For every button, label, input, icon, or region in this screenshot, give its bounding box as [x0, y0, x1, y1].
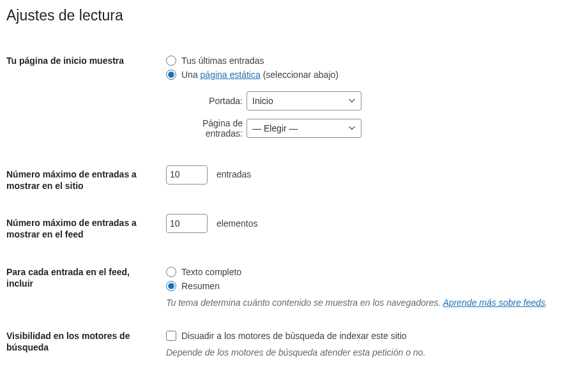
search-visibility-checkbox-label[interactable]: Disuadir a los motores de búsqueda de in…: [181, 331, 407, 341]
feed-radio-summary-label[interactable]: Resumen: [181, 281, 220, 291]
posts-page-label: Página de entradas:: [166, 118, 243, 139]
feed-desc-text: Tu tema determina cuánto contenido se mu…: [166, 298, 443, 308]
feed-radio-summary[interactable]: [166, 281, 176, 291]
search-visibility-description: Depende de los motores de búsqueda atend…: [166, 347, 559, 358]
feed-content-label: Para cada entrada en el feed, incluir: [6, 253, 160, 317]
posts-page-select[interactable]: — Elegir —: [247, 119, 361, 138]
feed-radio-full-label[interactable]: Texto completo: [181, 267, 241, 277]
homepage-radio-latest-label[interactable]: Tus últimas entradas: [181, 56, 264, 66]
posts-per-feed-label: Número máximo de entradas a mostrar en e…: [6, 204, 160, 253]
posts-per-feed-input[interactable]: [166, 214, 208, 233]
homepage-radio-latest[interactable]: [166, 56, 176, 66]
posts-per-page-suffix: entradas: [217, 169, 251, 179]
static-suffix: (seleccionar abajo): [261, 70, 338, 80]
search-visibility-label: Visibilidad en los motores de búsqueda: [6, 317, 160, 367]
feed-desc-period: .: [545, 298, 548, 308]
search-visibility-checkbox[interactable]: [166, 331, 176, 341]
static-page-link[interactable]: página estática: [201, 70, 261, 80]
posts-per-feed-suffix: elementos: [217, 218, 258, 229]
settings-table: Tu página de inicio muestra Tus últimas …: [6, 42, 565, 367]
feed-radio-full[interactable]: [166, 267, 176, 277]
homepage-radio-static-label[interactable]: Una página estática (seleccionar abajo): [181, 70, 338, 80]
learn-feeds-link[interactable]: Aprende más sobre feeds: [443, 298, 545, 308]
front-page-select[interactable]: Inicio: [247, 91, 361, 110]
static-prefix: Una: [181, 70, 201, 80]
homepage-label: Tu página de inicio muestra: [6, 42, 160, 156]
page-title: Ajustes de lectura: [6, 6, 565, 26]
feed-content-description: Tu tema determina cuánto contenido se mu…: [166, 298, 559, 308]
homepage-radio-static[interactable]: [166, 70, 176, 80]
front-page-label: Portada:: [166, 96, 243, 106]
posts-per-page-input[interactable]: [166, 165, 208, 185]
posts-per-page-label: Número máximo de entradas a mostrar en e…: [6, 156, 160, 204]
